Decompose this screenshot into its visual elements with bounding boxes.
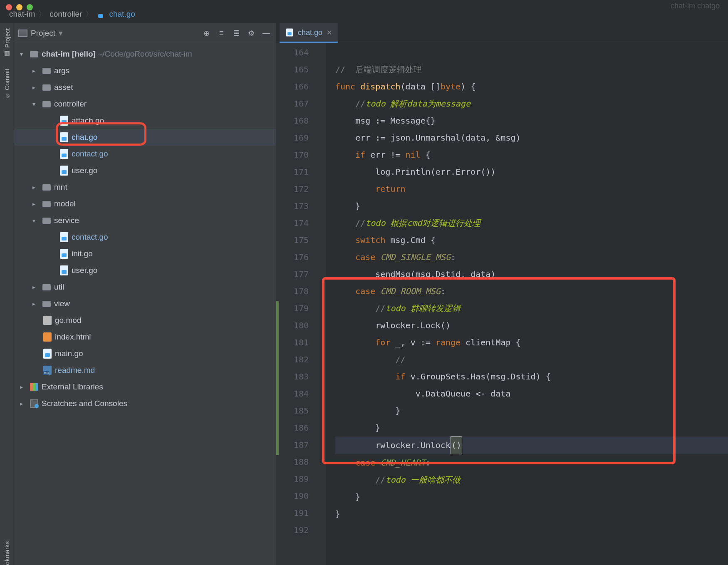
folder-icon <box>42 101 51 107</box>
tree-file[interactable]: readme.md <box>14 362 276 379</box>
hide-panel-icon[interactable]: — <box>261 28 272 39</box>
chevron-right-icon: ▸ <box>32 201 39 207</box>
chevron-right-icon: ▸ <box>32 300 39 307</box>
chevron-right-icon: 〉 <box>85 9 93 20</box>
go-file-icon <box>60 265 68 275</box>
folder-icon: ▥ <box>3 50 11 58</box>
folder-icon <box>42 84 51 91</box>
tree-ext-libraries[interactable]: ▸External Libraries <box>14 379 276 395</box>
window-controls <box>0 0 39 5</box>
folder-icon <box>42 218 51 224</box>
top-right-context: chat-im chatgo <box>671 2 720 10</box>
go-file-icon <box>43 349 52 359</box>
chevron-right-icon: ▸ <box>20 400 27 407</box>
chevron-right-icon: ▸ <box>32 67 39 74</box>
breadcrumb-seg[interactable]: chat-im <box>9 10 35 19</box>
gear-icon[interactable]: ⚙ <box>246 28 257 39</box>
go-file-icon <box>286 28 293 36</box>
tool-tab-bookmarks[interactable]: okmarks <box>3 541 10 565</box>
project-view-selector[interactable]: Project ▾ <box>18 28 63 38</box>
folder-icon <box>42 284 51 290</box>
chevron-down-icon: ▾ <box>32 217 39 224</box>
commit-icon: ⎋ <box>3 92 10 99</box>
breadcrumb-file[interactable]: chat.go <box>109 10 135 19</box>
markdown-file-icon <box>43 366 52 375</box>
chevron-down-icon: ▾ <box>32 101 39 107</box>
window-close-button[interactable] <box>6 4 12 10</box>
folder-icon <box>42 184 51 191</box>
chevron-right-icon: ▸ <box>32 184 39 191</box>
chevron-down-icon: ▾ <box>59 28 63 38</box>
folder-icon <box>42 68 51 74</box>
tree-file[interactable]: main.go <box>14 345 276 362</box>
collapse-all-icon[interactable]: ≣ <box>231 28 242 39</box>
tool-tab-project[interactable]: ▥ Project <box>3 28 11 58</box>
folder-icon <box>29 51 39 57</box>
go-file-icon <box>97 10 106 19</box>
tree-file[interactable]: user.go <box>14 162 276 179</box>
go-file-icon <box>60 249 68 259</box>
tree-folder[interactable]: ▸model <box>14 196 276 212</box>
go-file-icon <box>60 166 68 176</box>
left-tool-strip: ▥ Project ⎋ Commit okmarks <box>0 23 14 565</box>
window-minimize-button[interactable] <box>16 4 22 10</box>
editor: chat.go ✕ 164165166167168169170171172173… <box>276 23 728 565</box>
tree-file-selected[interactable]: chat.go <box>14 129 276 146</box>
highlight-ring-code <box>322 277 676 464</box>
breadcrumb: chat-im 〉 controller 〉 chat.go <box>0 0 728 23</box>
tree-folder[interactable]: ▸args <box>14 62 276 79</box>
line-gutter: 1641651661671681691701711721731741751761… <box>276 43 316 565</box>
project-panel-header: Project ▾ ⊕ ≡ ≣ ⚙ — <box>14 23 276 43</box>
folder-icon <box>42 201 51 207</box>
editor-tab[interactable]: chat.go ✕ <box>280 23 338 43</box>
chevron-down-icon: ▾ <box>20 51 27 57</box>
project-icon <box>18 30 27 37</box>
tree-file[interactable]: go.mod <box>14 312 276 329</box>
editor-tabs: chat.go ✕ <box>276 23 728 43</box>
go-file-icon <box>60 149 68 159</box>
breadcrumb-seg[interactable]: controller <box>50 10 82 19</box>
tree-root[interactable]: ▾ chat-im [hello] ~/Code/goRoot/src/chat… <box>14 46 276 62</box>
html-file-icon <box>43 332 52 342</box>
go-file-icon <box>60 132 68 142</box>
chevron-right-icon: ▸ <box>20 384 27 390</box>
tree-folder-service[interactable]: ▾service <box>14 212 276 229</box>
libraries-icon <box>30 383 38 391</box>
chevron-right-icon: ▸ <box>32 84 39 91</box>
tree-folder[interactable]: ▸mnt <box>14 179 276 196</box>
chevron-right-icon: ▸ <box>32 284 39 290</box>
window-maximize-button[interactable] <box>27 4 33 10</box>
tree-file[interactable]: init.go <box>14 245 276 262</box>
go-file-icon <box>60 232 68 242</box>
tree-scratches[interactable]: ▸Scratches and Consoles <box>14 395 276 412</box>
diff-marker <box>276 301 279 455</box>
locate-icon[interactable]: ⊕ <box>201 28 212 39</box>
scratches-icon <box>30 399 38 408</box>
go-mod-icon <box>43 316 52 325</box>
project-tree[interactable]: ▾ chat-im [hello] ~/Code/goRoot/src/chat… <box>14 43 276 565</box>
go-file-icon <box>60 116 68 126</box>
close-icon[interactable]: ✕ <box>327 29 332 37</box>
tree-file[interactable]: index.html <box>14 329 276 345</box>
expand-all-icon[interactable]: ≡ <box>216 28 227 39</box>
tree-folder[interactable]: ▸util <box>14 279 276 295</box>
chevron-right-icon: 〉 <box>38 9 46 20</box>
code-area[interactable]: 1641651661671681691701711721731741751761… <box>276 43 728 565</box>
tree-folder[interactable]: ▸view <box>14 295 276 312</box>
tree-folder[interactable]: ▸asset <box>14 79 276 96</box>
tree-file[interactable]: attach.go <box>14 112 276 129</box>
folder-icon <box>42 301 51 307</box>
tree-file[interactable]: contact.go <box>14 229 276 245</box>
tree-file[interactable]: contact.go <box>14 146 276 162</box>
tree-folder-controller[interactable]: ▾controller <box>14 96 276 112</box>
tree-file[interactable]: user.go <box>14 262 276 279</box>
tool-tab-commit[interactable]: ⎋ Commit <box>3 69 10 99</box>
project-panel: Project ▾ ⊕ ≡ ≣ ⚙ — ▾ chat-im [hello] ~/… <box>14 23 276 565</box>
